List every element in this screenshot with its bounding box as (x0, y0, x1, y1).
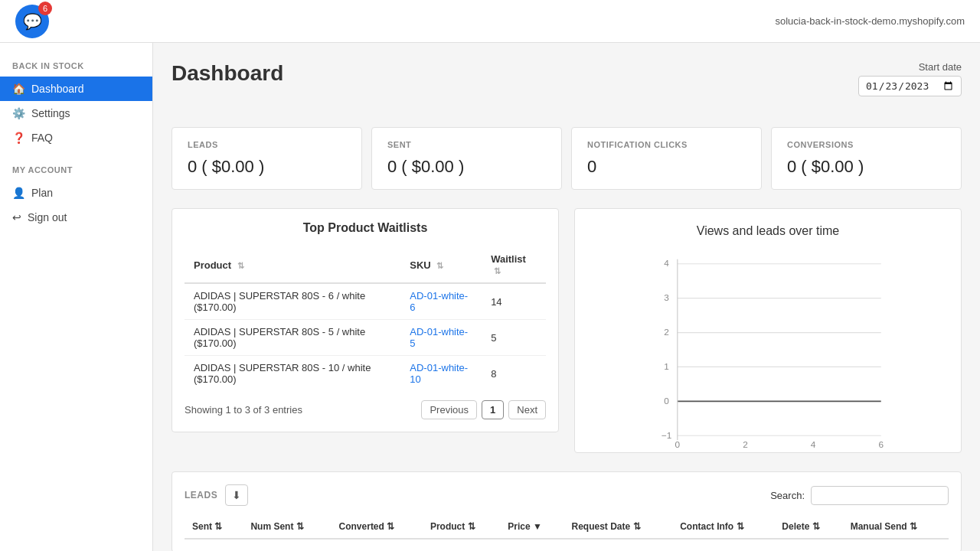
sidebar-label-faq: FAQ (31, 132, 53, 144)
leads-search: Search: (770, 486, 949, 505)
leads-col-price[interactable]: Price ▼ (500, 515, 564, 539)
y-label-0: 0 (664, 396, 669, 406)
stat-label-sent: SENT (387, 140, 546, 149)
sort-manualsend: ⇅ (910, 521, 917, 532)
leads-col-converted[interactable]: Converted ⇅ (332, 515, 423, 539)
logo-badge: 6 (38, 2, 52, 15)
col-sku[interactable]: SKU ⇅ (400, 247, 482, 283)
stat-label-conversions: CONVERSIONS (787, 140, 946, 149)
leads-col-num-sent[interactable]: Num Sent ⇅ (243, 515, 331, 539)
sort-price: ▼ (533, 521, 542, 532)
col-waitlist[interactable]: Waitlist ⇅ (482, 247, 546, 283)
x-label-2: 2 (743, 439, 748, 449)
y-label-2: 2 (664, 327, 669, 337)
download-button[interactable]: ⬇ (225, 484, 248, 506)
stat-card-notification-clicks: NOTIFICATION CLICKS 0 (571, 127, 762, 190)
store-url: solucia-back-in-stock-demo.myshopify.com (775, 15, 965, 27)
sku-link[interactable]: AD-01-white-10 (410, 362, 468, 385)
stat-card-leads: LEADS 0 ( $0.00 ) (172, 127, 362, 190)
col-product[interactable]: Product ⇅ (185, 247, 400, 283)
prev-button[interactable]: Previous (421, 400, 477, 419)
sort-product-icon: ⇅ (237, 261, 244, 270)
x-label-0: 0 (675, 439, 681, 449)
logo-area: 💬 6 (15, 5, 49, 38)
cell-product: ADIDAS | SUPERSTAR 80S - 5 / white ($170… (185, 320, 400, 356)
x-label-6: 6 (878, 439, 884, 449)
pagination-row: Showing 1 to 3 of 3 entries Previous 1 N… (185, 400, 546, 419)
question-icon: ❓ (12, 132, 25, 144)
sidebar-item-faq[interactable]: ❓ FAQ (0, 126, 152, 150)
table-row: ADIDAS | SUPERSTAR 80S - 6 / white ($170… (185, 283, 546, 320)
chart-title: Views and leads over time (590, 224, 946, 238)
chart-container: 4 3 2 1 0 −1 (590, 250, 946, 449)
chart-svg: 4 3 2 1 0 −1 (590, 250, 946, 449)
leads-col-delete[interactable]: Delete ⇅ (774, 515, 842, 539)
gear-icon: ⚙️ (12, 107, 25, 119)
stat-label-leads: LEADS (188, 140, 346, 149)
sort-contactinfo: ⇅ (737, 521, 744, 532)
x-label-4: 4 (811, 439, 816, 449)
sidebar-label-settings: Settings (31, 107, 70, 119)
sidebar-section-my-account: MY ACCOUNT (0, 159, 152, 181)
y-label-4: 4 (664, 258, 669, 269)
y-label-neg1: −1 (662, 430, 671, 441)
sort-numsent: ⇅ (296, 521, 304, 532)
sku-link[interactable]: AD-01-white-6 (410, 290, 468, 313)
cell-sku: AD-01-white-5 (400, 320, 482, 356)
user-icon: 👤 (12, 187, 25, 199)
leads-col-request-date[interactable]: Request Date ⇅ (564, 515, 672, 539)
page-1-button[interactable]: 1 (482, 400, 504, 419)
sort-sent: ⇅ (214, 521, 222, 532)
cell-sku: AD-01-white-10 (400, 356, 482, 392)
next-button[interactable]: Next (508, 400, 546, 419)
sort-product: ⇅ (468, 521, 475, 532)
home-icon: 🏠 (12, 83, 25, 95)
stat-value-leads: 0 ( $0.00 ) (188, 157, 346, 177)
search-label: Search: (770, 490, 805, 501)
cell-product: ADIDAS | SUPERSTAR 80S - 6 / white ($170… (185, 283, 400, 320)
sidebar-item-signout[interactable]: ↩ Sign out (0, 205, 152, 230)
start-date-section: Start date (858, 61, 962, 96)
content-row: Top Product Waitlists Product ⇅ SKU ⇅ (172, 208, 962, 453)
sidebar-label-signout: Sign out (28, 211, 67, 223)
leads-col-contact-info[interactable]: Contact Info ⇅ (672, 515, 774, 539)
leads-header: LEADS ⬇ Search: (185, 484, 949, 506)
pagination-controls: Previous 1 Next (421, 400, 546, 419)
sidebar-item-dashboard[interactable]: 🏠 Dashboard (0, 77, 152, 101)
sort-sku-icon: ⇅ (436, 261, 443, 270)
topbar: 💬 6 solucia-back-in-stock-demo.myshopify… (0, 0, 980, 43)
sidebar-section-back-in-stock: BACK IN STOCK (0, 55, 152, 77)
signout-icon: ↩ (12, 211, 21, 223)
cell-sku: AD-01-white-6 (400, 283, 482, 320)
chart-col: Views and leads over time 4 3 2 1 0 −1 (574, 208, 962, 453)
page-title: Dashboard (172, 61, 283, 86)
sidebar-item-settings[interactable]: ⚙️ Settings (0, 101, 152, 126)
main-content: Dashboard Start date LEADS 0 ( $0.00 ) S… (153, 43, 980, 551)
sku-link[interactable]: AD-01-white-5 (410, 326, 468, 349)
pagination-info: Showing 1 to 3 of 3 entries (185, 404, 302, 416)
sidebar-item-plan[interactable]: 👤 Plan (0, 181, 152, 205)
waitlists-col: Top Product Waitlists Product ⇅ SKU ⇅ (172, 208, 559, 451)
sort-requestdate: ⇅ (633, 521, 641, 532)
stat-value-notification-clicks: 0 (587, 157, 746, 177)
sidebar: BACK IN STOCK 🏠 Dashboard ⚙️ Settings ❓ … (0, 43, 153, 551)
stat-card-sent: SENT 0 ( $0.00 ) (371, 127, 562, 190)
sort-delete: ⇅ (812, 521, 820, 532)
sort-waitlist-icon: ⇅ (494, 266, 501, 276)
start-date-input[interactable] (858, 76, 962, 96)
chart-section: Views and leads over time 4 3 2 1 0 −1 (574, 208, 962, 453)
search-input[interactable] (811, 486, 949, 505)
leads-section: LEADS ⬇ Search: Sent ⇅ Num Sent ⇅ Conver… (172, 471, 962, 551)
leads-col-manual-send[interactable]: Manual Send ⇅ (843, 515, 949, 539)
waitlists-section: Top Product Waitlists Product ⇅ SKU ⇅ (172, 208, 559, 432)
leads-col-sent[interactable]: Sent ⇅ (185, 515, 243, 539)
layout: BACK IN STOCK 🏠 Dashboard ⚙️ Settings ❓ … (0, 43, 980, 551)
leads-table: Sent ⇅ Num Sent ⇅ Converted ⇅ Product ⇅ … (185, 515, 949, 540)
waitlists-title: Top Product Waitlists (185, 221, 546, 235)
logo-icon: 💬 6 (15, 5, 49, 38)
leads-col-product[interactable]: Product ⇅ (423, 515, 500, 539)
page-header: Dashboard Start date (172, 61, 962, 115)
sidebar-label-plan: Plan (31, 187, 53, 199)
sort-converted: ⇅ (387, 521, 394, 532)
table-row: ADIDAS | SUPERSTAR 80S - 10 / white ($17… (185, 356, 546, 392)
